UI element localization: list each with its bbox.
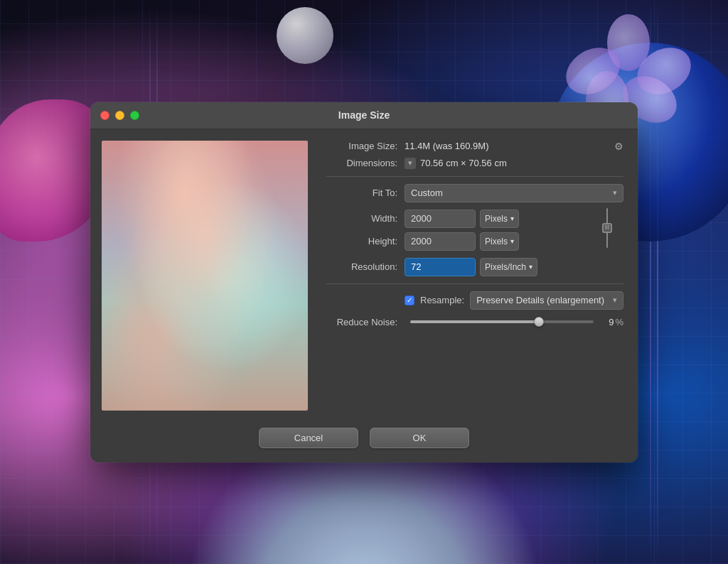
reduce-noise-slider[interactable] bbox=[410, 320, 594, 323]
controls-panel: Image Size: 11.4M (was 160.9M) ⚙ Dimensi… bbox=[319, 129, 638, 422]
image-size-label: Image Size: bbox=[326, 141, 405, 151]
resolution-row: Resolution: Pixels/Inch ▾ bbox=[326, 258, 623, 276]
image-size-row: Image Size: 11.4M (was 160.9M) ⚙ bbox=[326, 141, 623, 152]
width-unit-arrow: ▾ bbox=[510, 215, 514, 222]
dimensions-value: 70.56 cm × 70.56 cm bbox=[420, 158, 507, 168]
fit-to-select[interactable]: Custom ▾ bbox=[405, 184, 623, 202]
separator-2 bbox=[326, 283, 623, 284]
close-button[interactable] bbox=[100, 111, 109, 120]
width-label: Width: bbox=[326, 213, 405, 224]
dimensions-row: Dimensions: ▾ 70.56 cm × 70.56 cm bbox=[326, 158, 623, 169]
link-icon-col: ⛓ bbox=[596, 204, 618, 252]
chevron-down-icon: ▾ bbox=[408, 158, 412, 168]
ok-button[interactable]: OK bbox=[370, 428, 469, 448]
height-unit-select[interactable]: Pixels ▾ bbox=[480, 232, 519, 251]
dialog-title: Image Size bbox=[338, 109, 390, 121]
dialog-body: Image Size: 11.4M (was 160.9M) ⚙ Dimensi… bbox=[90, 129, 638, 422]
width-height-group: Width: Pixels ▾ Height: bbox=[326, 210, 623, 258]
dimensions-label: Dimensions: bbox=[326, 158, 405, 168]
reduce-noise-value: 9 bbox=[599, 317, 614, 327]
reduce-noise-label: Reduce Noise: bbox=[326, 317, 405, 327]
titlebar-buttons bbox=[100, 111, 139, 120]
resample-method-select[interactable]: Preserve Details (enlargement) ▾ bbox=[470, 291, 623, 310]
fit-to-arrow: ▾ bbox=[613, 188, 617, 197]
resample-row: ✓ Resample: Preserve Details (enlargemen… bbox=[326, 291, 623, 310]
resample-checkbox[interactable]: ✓ bbox=[405, 295, 414, 305]
dimensions-chevron[interactable]: ▾ bbox=[405, 158, 416, 169]
width-unit-select[interactable]: Pixels ▾ bbox=[480, 210, 519, 228]
height-unit-value: Pixels bbox=[485, 237, 508, 246]
gear-icon[interactable]: ⚙ bbox=[614, 141, 623, 152]
resample-label: Resample: bbox=[420, 295, 464, 305]
fit-to-row: Fit To: Custom ▾ bbox=[326, 184, 623, 202]
link-icon-center[interactable]: ⛓ bbox=[602, 223, 612, 233]
separator-1 bbox=[326, 176, 623, 177]
resolution-unit-value: Pixels/Inch bbox=[485, 262, 526, 272]
resample-method-value: Preserve Details (enlargement) bbox=[476, 295, 604, 305]
preview-image bbox=[102, 141, 308, 411]
width-input[interactable] bbox=[405, 210, 476, 228]
cancel-button[interactable]: Cancel bbox=[259, 428, 358, 448]
resolution-label: Resolution: bbox=[326, 261, 405, 272]
height-label: Height: bbox=[326, 236, 405, 246]
height-row: Height: Pixels ▾ bbox=[326, 232, 594, 251]
resolution-unit-select[interactable]: Pixels/Inch ▾ bbox=[480, 258, 537, 276]
dialog-overlay: Image Size Image Size: 11.4M (was 160.9M… bbox=[0, 0, 728, 564]
fit-to-label: Fit To: bbox=[326, 188, 405, 198]
preview-panel bbox=[102, 141, 308, 411]
slider-thumb[interactable] bbox=[534, 317, 544, 327]
resolution-input[interactable] bbox=[405, 258, 476, 276]
image-size-dialog: Image Size Image Size: 11.4M (was 160.9M… bbox=[90, 102, 638, 462]
height-input[interactable] bbox=[405, 232, 476, 251]
width-unit-value: Pixels bbox=[485, 214, 508, 224]
dialog-titlebar: Image Size bbox=[90, 102, 638, 129]
resample-method-arrow: ▾ bbox=[613, 295, 617, 305]
dialog-footer: Cancel OK bbox=[90, 422, 638, 462]
width-row: Width: Pixels ▾ bbox=[326, 210, 594, 228]
maximize-button[interactable] bbox=[130, 111, 139, 120]
minimize-button[interactable] bbox=[115, 111, 124, 120]
reduce-noise-percent: % bbox=[615, 317, 623, 327]
fit-to-value: Custom bbox=[411, 188, 443, 198]
checkmark-icon: ✓ bbox=[407, 297, 412, 304]
reduce-noise-row: Reduce Noise: 9 % bbox=[326, 317, 623, 327]
slider-fill bbox=[410, 320, 539, 323]
height-unit-arrow: ▾ bbox=[510, 237, 514, 245]
resolution-unit-arrow: ▾ bbox=[529, 263, 532, 271]
link-icon: ⛓ bbox=[600, 208, 614, 248]
image-size-value: 11.4M (was 160.9M) bbox=[405, 141, 489, 151]
